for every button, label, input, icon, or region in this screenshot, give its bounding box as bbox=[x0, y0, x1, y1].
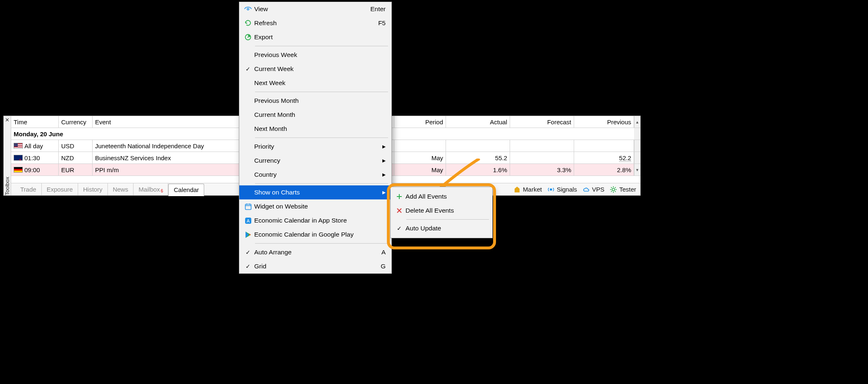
chevron-right-icon: ▸ bbox=[382, 171, 386, 178]
service-vps[interactable]: VPS bbox=[583, 186, 604, 193]
cell-actual: 1.6% bbox=[446, 164, 510, 175]
menu-separator bbox=[255, 46, 388, 46]
menu-label: Economic Calendar in Google Play bbox=[253, 231, 386, 238]
menu-next-week[interactable]: Next Week bbox=[239, 76, 391, 90]
menu-view[interactable]: View Enter bbox=[239, 2, 391, 16]
flag-icon bbox=[14, 167, 23, 173]
menu-previous-week[interactable]: Previous Week bbox=[239, 48, 391, 62]
menu-export[interactable]: Export bbox=[239, 30, 391, 44]
menu-widget-website[interactable]: Widget on Website bbox=[239, 199, 391, 213]
menu-label: Previous Month bbox=[253, 97, 386, 104]
cell-actual: 55.2 bbox=[446, 152, 510, 164]
context-menu: View Enter Refresh F5 Export Previous We… bbox=[239, 2, 392, 274]
submenu-auto-update[interactable]: Auto Update bbox=[391, 221, 492, 235]
svg-marker-19 bbox=[246, 232, 249, 238]
col-forecast[interactable]: Forecast bbox=[510, 116, 574, 128]
tab-news[interactable]: News bbox=[108, 183, 134, 195]
svg-point-1 bbox=[612, 188, 615, 191]
menu-current-month[interactable]: Current Month bbox=[239, 108, 391, 122]
cell-period: May bbox=[394, 152, 446, 164]
cell-previous bbox=[574, 140, 634, 152]
check-icon bbox=[243, 263, 253, 270]
tab-calendar[interactable]: Calendar bbox=[168, 184, 204, 196]
cell-previous: 52.2 bbox=[574, 152, 634, 164]
submenu-show-on-charts: Add All Events Delete All Events Auto Up… bbox=[390, 187, 493, 238]
col-actual[interactable]: Actual bbox=[446, 116, 510, 128]
svg-text:A: A bbox=[246, 218, 250, 223]
eye-icon bbox=[243, 5, 253, 13]
scrollbar[interactable]: ▴ bbox=[634, 116, 640, 128]
tab-history[interactable]: History bbox=[78, 183, 108, 195]
submenu-delete-all[interactable]: Delete All Events bbox=[391, 204, 492, 218]
check-icon bbox=[243, 66, 253, 72]
svg-line-8 bbox=[611, 191, 612, 192]
cell-currency: USD bbox=[59, 140, 93, 152]
menu-label: Widget on Website bbox=[253, 203, 386, 210]
cell-previous: 2.8% bbox=[574, 164, 634, 175]
service-signals[interactable]: Signals bbox=[548, 186, 577, 193]
menu-label: Previous Week bbox=[253, 51, 386, 59]
col-previous[interactable]: Previous bbox=[574, 116, 634, 128]
service-label: Tester bbox=[619, 186, 636, 193]
service-market[interactable]: Market bbox=[514, 186, 542, 193]
service-tester[interactable]: Tester bbox=[610, 186, 636, 193]
col-period[interactable]: Period bbox=[394, 116, 446, 128]
menu-show-on-charts[interactable]: Show on Charts▸ bbox=[239, 185, 391, 199]
menu-refresh[interactable]: Refresh F5 bbox=[239, 16, 391, 30]
tab-exposure[interactable]: Exposure bbox=[42, 183, 78, 195]
chevron-right-icon: ▸ bbox=[382, 157, 386, 164]
scroll-up-icon[interactable]: ▴ bbox=[636, 116, 639, 128]
scroll-down-icon[interactable]: ▾ bbox=[636, 164, 639, 176]
service-label: Signals bbox=[557, 186, 577, 193]
menu-label: Delete All Events bbox=[405, 207, 486, 214]
toolbox-title: Toolbox bbox=[4, 174, 10, 195]
cell-forecast bbox=[510, 140, 574, 152]
cell-period bbox=[394, 140, 446, 152]
menu-app-store[interactable]: A Economic Calendar in App Store bbox=[239, 213, 391, 228]
menu-label: Current Week bbox=[253, 65, 386, 73]
tab-trade[interactable]: Trade bbox=[15, 183, 42, 195]
menu-shortcut: G bbox=[381, 263, 386, 270]
menu-grid[interactable]: GridG bbox=[239, 259, 391, 273]
menu-auto-arrange[interactable]: Auto ArrangeA bbox=[239, 245, 391, 259]
calendar-icon bbox=[243, 203, 253, 210]
menu-previous-month[interactable]: Previous Month bbox=[239, 94, 391, 108]
menu-label: Show on Charts bbox=[253, 189, 382, 196]
submenu-add-all[interactable]: Add All Events bbox=[391, 190, 492, 204]
chevron-right-icon: ▸ bbox=[382, 189, 386, 196]
close-icon[interactable]: ✕ bbox=[5, 116, 10, 123]
menu-label: Add All Events bbox=[405, 193, 486, 200]
menu-label: Priority bbox=[253, 143, 382, 150]
svg-point-10 bbox=[247, 8, 249, 10]
col-currency[interactable]: Currency bbox=[59, 116, 93, 128]
signals-icon bbox=[548, 186, 554, 193]
chevron-right-icon: ▸ bbox=[382, 143, 386, 150]
tab-mailbox[interactable]: Mailbox6 bbox=[134, 183, 168, 195]
menu-current-week[interactable]: Current Week bbox=[239, 62, 391, 76]
menu-label: View bbox=[253, 5, 370, 13]
export-icon bbox=[243, 33, 253, 41]
flag-icon bbox=[14, 143, 23, 149]
service-label: VPS bbox=[592, 186, 604, 193]
menu-label: Next Month bbox=[253, 125, 386, 133]
cloud-icon bbox=[583, 186, 589, 193]
menu-label: Current Month bbox=[253, 111, 386, 119]
menu-next-month[interactable]: Next Month bbox=[239, 122, 391, 136]
menu-priority[interactable]: Priority▸ bbox=[239, 140, 391, 154]
menu-label: Economic Calendar in App Store bbox=[253, 217, 386, 224]
refresh-icon bbox=[243, 19, 253, 27]
svg-point-0 bbox=[550, 189, 552, 190]
market-icon bbox=[514, 186, 520, 193]
menu-country[interactable]: Country▸ bbox=[239, 168, 391, 182]
col-time[interactable]: Time bbox=[11, 116, 59, 128]
menu-label: Auto Arrange bbox=[253, 249, 382, 256]
svg-rect-12 bbox=[245, 204, 251, 209]
mailbox-badge: 6 bbox=[161, 189, 163, 193]
check-icon bbox=[394, 225, 405, 232]
date-header-text: Monday, 20 June bbox=[14, 128, 63, 140]
cell-currency: NZD bbox=[59, 152, 93, 164]
cell-time: 09:00 bbox=[24, 164, 40, 175]
menu-label: Next Week bbox=[253, 79, 386, 87]
menu-google-play[interactable]: Economic Calendar in Google Play bbox=[239, 228, 391, 242]
menu-currency[interactable]: Currency▸ bbox=[239, 154, 391, 168]
